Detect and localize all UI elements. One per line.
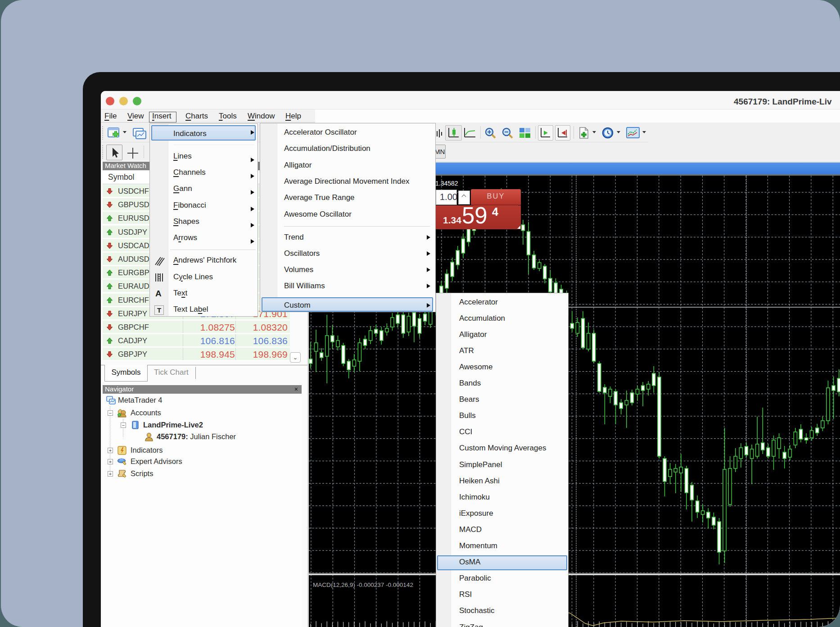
svg-text:1.34582: 1.34582 (435, 180, 458, 187)
svg-text:MACD(12,26,9) -0.000237 -0.000: MACD(12,26,9) -0.000237 -0.000142 (313, 582, 413, 588)
